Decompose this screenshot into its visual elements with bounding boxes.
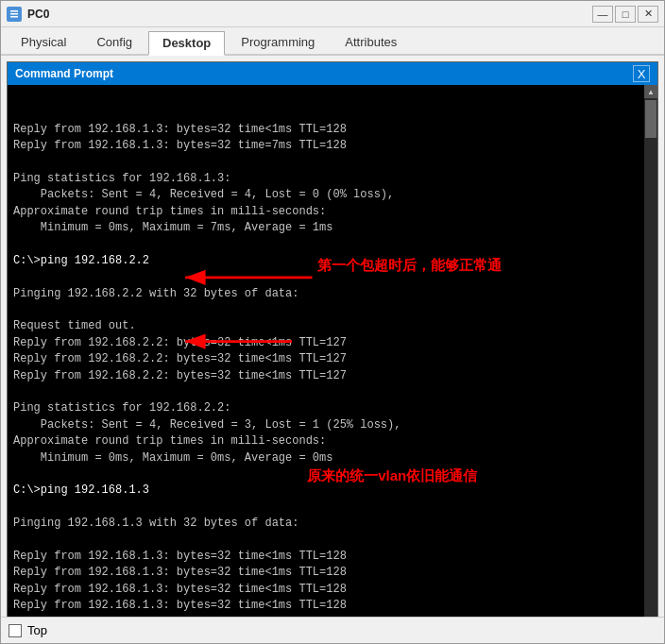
scroll-up-arrow[interactable]: ▲ (644, 85, 657, 98)
window-icon (7, 7, 22, 22)
scroll-thumb[interactable] (645, 100, 656, 138)
close-button[interactable]: ✕ (638, 6, 658, 23)
top-label: Top (27, 623, 47, 637)
tab-bar: Physical Config Desktop Programming Attr… (1, 27, 664, 56)
top-checkbox-container: Top (9, 623, 47, 637)
cmd-title: Command Prompt (15, 67, 113, 80)
svg-rect-1 (10, 13, 18, 15)
title-bar: PC0 — □ ✕ (1, 1, 664, 27)
command-prompt-window: Command Prompt X Reply from 192.168.1.3:… (7, 61, 658, 617)
cmd-title-bar: Command Prompt X (8, 62, 657, 85)
window-title: PC0 (27, 8, 592, 21)
cmd-close-button[interactable]: X (633, 65, 650, 82)
status-bar: Top (1, 617, 664, 643)
tab-attributes[interactable]: Attributes (331, 29, 411, 54)
terminal-scrollbar[interactable]: ▲ ▼ (644, 85, 657, 617)
main-window: PC0 — □ ✕ Physical Config Desktop Progra… (0, 0, 665, 644)
tab-programming[interactable]: Programming (227, 29, 329, 54)
svg-rect-2 (10, 16, 18, 18)
terminal[interactable]: Reply from 192.168.1.3: bytes=32 time<1m… (8, 85, 657, 617)
terminal-content: Reply from 192.168.1.3: bytes=32 time<1m… (13, 122, 639, 617)
terminal-wrapper: Reply from 192.168.1.3: bytes=32 time<1m… (8, 85, 657, 617)
top-checkbox[interactable] (9, 624, 22, 637)
tab-config[interactable]: Config (82, 29, 146, 54)
window-controls: — □ ✕ (592, 6, 658, 23)
tab-physical[interactable]: Physical (7, 29, 80, 54)
content-area: Command Prompt X Reply from 192.168.1.3:… (1, 56, 664, 617)
maximize-button[interactable]: □ (615, 6, 636, 23)
tab-desktop[interactable]: Desktop (148, 31, 225, 56)
minimize-button[interactable]: — (592, 6, 613, 23)
svg-rect-3 (10, 10, 18, 12)
